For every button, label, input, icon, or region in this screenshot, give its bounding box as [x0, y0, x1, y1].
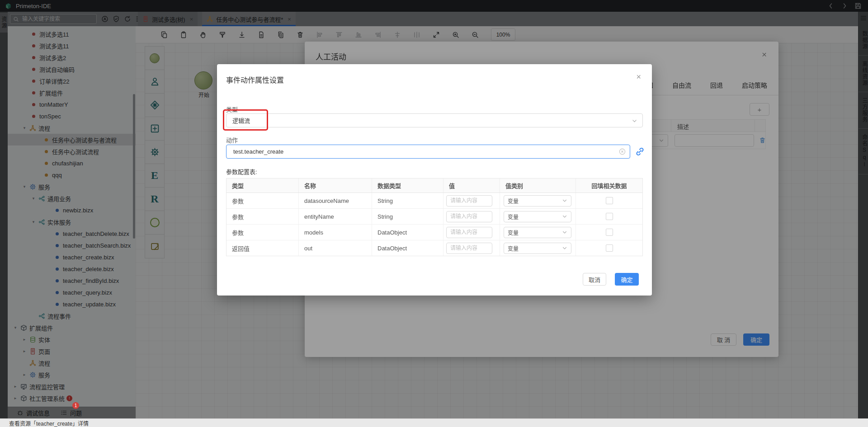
param-table-header: 类型名称数据类型值值类别回填相关数据: [226, 178, 642, 193]
dialog-close-icon[interactable]: ×: [762, 50, 767, 60]
cell-value: [443, 225, 500, 240]
problems-count-badge: 1: [72, 402, 79, 409]
cell-type: 参数: [226, 225, 299, 240]
value-kind-select[interactable]: 变量: [504, 211, 571, 222]
cell-value-kind: 变量: [500, 209, 576, 224]
cell-backfill: [576, 240, 642, 256]
column-header: 值: [443, 178, 500, 192]
link-action-icon[interactable]: [635, 147, 645, 156]
clear-input-icon[interactable]: [619, 148, 626, 155]
cell-backfill: [576, 193, 642, 208]
backfill-checkbox[interactable]: [606, 229, 613, 236]
chevron-down-icon: [562, 245, 567, 251]
cell-type: 参数: [226, 209, 299, 224]
dialog-ok-button[interactable]: 确定: [743, 333, 769, 346]
dialog-tab-4[interactable]: 启动策略: [742, 80, 767, 89]
status-bar: 查看资源「teacher_create」详情: [0, 418, 868, 427]
cell-value-kind: 变量: [500, 193, 576, 208]
red-annotation-box: [223, 109, 268, 131]
cell-value: [443, 209, 500, 224]
cell-data_type: String: [372, 193, 443, 208]
value-input[interactable]: [446, 211, 492, 222]
column-header: 数据类型: [372, 178, 443, 192]
cell-name: entityName: [299, 209, 372, 224]
chevron-down-icon: [562, 230, 567, 235]
add-row-button[interactable]: +: [750, 103, 769, 116]
chevron-down-icon: [632, 118, 637, 124]
description-input[interactable]: [675, 134, 754, 147]
modal-close-icon[interactable]: ×: [636, 72, 641, 82]
modal-title: 事件动作属性设置: [226, 74, 284, 85]
dialog-tab-3[interactable]: 回退: [710, 80, 723, 89]
chevron-down-icon: [562, 214, 567, 219]
description-column-header: 描述: [677, 122, 689, 131]
action-input-wrap: [226, 145, 630, 159]
backfill-checkbox[interactable]: [606, 244, 613, 252]
cell-name: datasourceName: [299, 193, 372, 208]
cell-value-kind: 变量: [500, 225, 576, 240]
modal-cancel-button[interactable]: 取消: [583, 273, 606, 286]
cell-data_type: DataObject: [372, 240, 443, 256]
dialog-tabs: 通知自由流回退启动策略: [641, 80, 767, 89]
column-header: 类型: [226, 178, 299, 192]
dialog-cancel-button[interactable]: 取 消: [711, 333, 736, 346]
delete-row-icon[interactable]: [759, 137, 766, 144]
chevron-down-icon: [659, 138, 664, 143]
action-input[interactable]: [232, 148, 624, 155]
cell-backfill: [576, 209, 642, 224]
chevron-down-icon: [562, 198, 567, 203]
cell-name: out: [299, 240, 372, 256]
param-table-row: 参数modelsDataObject变量: [226, 225, 642, 240]
value-kind-select[interactable]: 变量: [504, 195, 571, 206]
type-select[interactable]: 逻辑流: [226, 113, 643, 127]
value-input[interactable]: [446, 227, 492, 238]
cell-value: [443, 240, 500, 256]
action-label: 动作: [226, 136, 238, 144]
cell-type: 返回值: [226, 240, 299, 256]
event-action-modal: 事件动作属性设置 × 类型 逻辑流 动作 参数配置表: 类型名称数据类型值值类别…: [217, 64, 652, 296]
cell-value: [443, 193, 500, 208]
status-text: 查看资源「teacher_create」详情: [9, 419, 89, 427]
param-table-row: 参数entityNameString变量: [226, 209, 642, 225]
value-kind-select[interactable]: 变量: [504, 227, 571, 238]
dialog-title: 人工活动: [316, 51, 346, 62]
cell-backfill: [576, 225, 642, 240]
param-table-row: 参数datasourceNameString变量: [226, 193, 642, 209]
value-kind-value: 变量: [508, 229, 519, 236]
dialog-tab-2[interactable]: 自由流: [672, 80, 691, 89]
param-table-row: 返回值outDataObject变量: [226, 240, 642, 256]
param-table-title: 参数配置表:: [226, 167, 257, 176]
cell-data_type: String: [372, 209, 443, 224]
value-kind-select[interactable]: 变量: [504, 243, 571, 254]
primeton-ide-window: Primeton-IDE 测试多选(树)×任务中心测试参与者流程*× 资源 测试…: [0, 0, 868, 427]
cell-value-kind: 变量: [500, 240, 576, 256]
value-kind-value: 变量: [508, 197, 519, 205]
value-input[interactable]: [446, 243, 492, 254]
value-input[interactable]: [446, 195, 492, 206]
column-header: 值类别: [500, 178, 576, 192]
column-header: 回填相关数据: [576, 178, 642, 192]
cell-data_type: DataObject: [372, 225, 443, 240]
param-table: 类型名称数据类型值值类别回填相关数据参数datasourceNameString…: [226, 178, 643, 256]
cell-name: models: [299, 225, 372, 240]
cell-type: 参数: [226, 193, 299, 208]
value-kind-value: 变量: [508, 244, 519, 252]
backfill-checkbox[interactable]: [606, 213, 613, 220]
modal-ok-button[interactable]: 确定: [615, 273, 639, 286]
column-header: 名称: [299, 178, 372, 192]
value-kind-value: 变量: [508, 213, 519, 221]
backfill-checkbox[interactable]: [606, 197, 613, 204]
